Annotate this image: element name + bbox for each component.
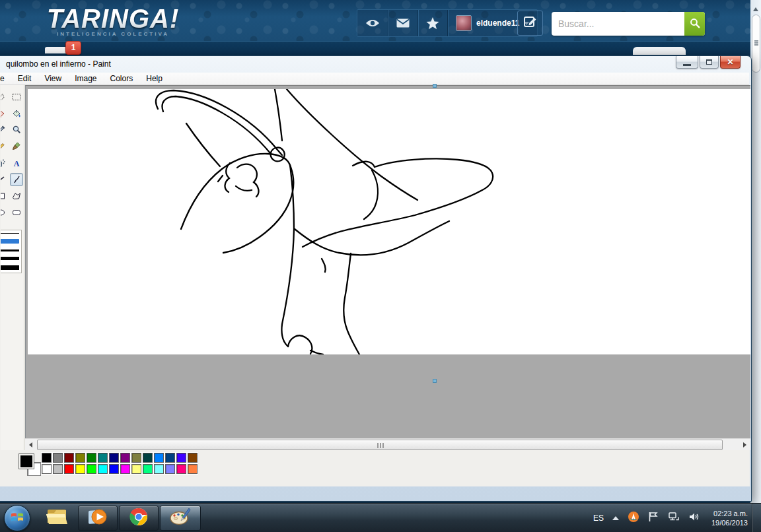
show-desktop-button[interactable] [752,504,761,532]
tool-airbrush[interactable] [1,156,7,170]
palette-color[interactable] [143,453,153,463]
palette-color[interactable] [53,453,63,463]
search-button[interactable] [684,12,705,36]
drawing-canvas[interactable] [28,89,750,354]
palette-color[interactable] [165,453,175,463]
create-post-button[interactable] [517,11,543,36]
tool-rectangle[interactable] [1,189,7,203]
tool-pick-color[interactable] [1,123,7,137]
palette-color[interactable] [143,464,153,474]
line-width-option[interactable] [1,249,19,251]
palette-color[interactable] [98,453,108,463]
tool-free-form-select[interactable] [1,90,7,104]
palette-color[interactable] [120,464,130,474]
tool-text[interactable]: A [10,156,23,170]
palette-color[interactable] [188,464,198,474]
palette-color[interactable] [42,453,52,463]
palette-color[interactable] [64,453,74,463]
palette-color[interactable] [53,464,63,474]
start-button[interactable] [4,505,30,531]
close-button[interactable]: ✕ [720,56,741,69]
menu-image[interactable]: Image [75,74,96,83]
palette-color[interactable] [120,453,130,463]
network-tray-icon[interactable] [667,511,680,525]
notification-badge[interactable]: 1 [65,41,81,55]
tool-select[interactable] [10,90,23,104]
horizontal-scrollbar-thumb[interactable] [37,440,723,450]
browser-scrollbar[interactable] [750,0,761,503]
line-width-option[interactable] [1,239,19,244]
tool-brush[interactable] [10,140,23,153]
taskbar-chrome-button[interactable] [119,506,159,531]
svg-text:A: A [14,159,20,168]
palette-row-light [42,464,198,474]
taringa-logo[interactable]: TARINGA! INTELIGENCIA COLECTIVA [44,4,182,37]
volume-speaker-icon[interactable] [688,511,700,525]
palette-color[interactable] [98,464,108,474]
horizontal-scrollbar[interactable] [25,438,750,450]
taskbar-paint-button[interactable] [160,506,201,531]
line-width-option[interactable] [1,265,19,270]
menu-edit[interactable]: Edit [18,74,32,83]
tool-pencil[interactable] [1,140,7,153]
menu-view[interactable]: View [44,74,61,83]
minimize-button[interactable] [676,56,698,69]
tool-magnifier[interactable] [10,123,23,137]
paint-window: quilombo en el infierno - Paint ✕ e Edit… [0,55,752,502]
line-width-option[interactable] [1,233,19,234]
window-title: quilombo en el infierno - Paint [6,59,111,69]
palette-color[interactable] [64,464,74,474]
palette-color[interactable] [154,453,164,463]
line-width-selector [1,230,22,273]
canvas-resize-handle-top[interactable] [433,84,437,88]
palette-color[interactable] [165,464,175,474]
scroll-left-arrow-icon[interactable] [25,439,36,451]
menu-file[interactable]: e [0,74,5,83]
palette-color[interactable] [42,464,52,474]
palette-color[interactable] [109,453,119,463]
search-input[interactable] [552,12,684,36]
clock-time: 02:23 a.m. [711,509,748,518]
maximize-button[interactable] [700,56,719,69]
language-indicator[interactable]: ES [593,514,604,523]
palette-color[interactable] [87,453,96,463]
palette-color[interactable] [188,453,198,463]
tool-rounded-rectangle[interactable] [10,206,23,219]
tool-grid: A [1,90,24,220]
show-hidden-icons-icon[interactable] [612,516,619,520]
drawing-path [303,158,493,247]
palette-color[interactable] [154,464,164,474]
tool-ellipse[interactable] [1,206,7,219]
palette-color[interactable] [75,453,85,463]
drawing-path [287,89,417,200]
palette-color[interactable] [176,464,186,474]
scroll-right-arrow-icon[interactable] [739,439,750,451]
messages-button[interactable] [388,10,418,36]
palette-color[interactable] [131,464,141,474]
taskbar-media-player-button[interactable] [78,506,118,531]
palette-color[interactable] [131,453,141,463]
canvas-resize-handle-bottom[interactable] [433,379,437,383]
watched-button[interactable] [357,10,388,36]
line-width-option[interactable] [1,257,19,260]
menu-help[interactable]: Help [146,74,163,83]
palette-color[interactable] [176,453,186,463]
favorites-button[interactable] [418,10,448,36]
menu-colors[interactable]: Colors [110,74,133,83]
tool-polygon[interactable] [10,189,23,203]
antivirus-tray-icon[interactable] [628,511,639,525]
palette-color[interactable] [87,464,96,474]
avatar [456,15,472,31]
tool-line[interactable] [1,173,7,186]
browser-scrollbar-thumb[interactable] [752,15,760,73]
clock[interactable]: 02:23 a.m. 19/06/2013 [711,509,748,527]
tool-eraser[interactable] [1,107,7,120]
tool-curve[interactable] [10,173,23,186]
search-icon [690,18,700,30]
tool-fill-with-color[interactable] [10,107,23,120]
action-center-flag-icon[interactable] [648,511,659,525]
palette-color[interactable] [75,464,85,474]
palette-color[interactable] [109,464,119,474]
taskbar-explorer-button[interactable] [41,506,73,530]
scroll-up-arrow-icon[interactable] [752,2,760,11]
